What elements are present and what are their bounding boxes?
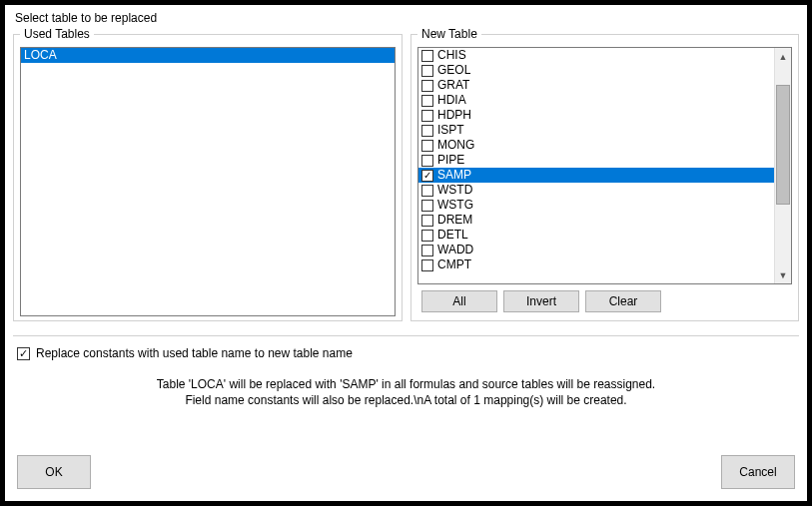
checkbox-icon[interactable] [421, 230, 433, 242]
replace-option-checkbox[interactable]: ✓ [17, 347, 30, 360]
checkbox-icon[interactable] [421, 65, 433, 77]
scroll-thumb[interactable] [776, 85, 790, 205]
new-table-list-inner: CHISGEOLGRATHDIAHDPHISPTMONGPIPE✓SAMPWST… [418, 48, 774, 283]
scroll-track[interactable] [775, 65, 791, 266]
checkbox-icon[interactable] [421, 95, 433, 107]
scrollbar[interactable]: ▲ ▼ [774, 48, 791, 283]
new-table-row[interactable]: GEOL [418, 63, 774, 78]
new-table-row[interactable]: GRAT [418, 78, 774, 93]
scroll-up-icon[interactable]: ▲ [775, 48, 791, 65]
new-table-label: WSTD [437, 183, 472, 198]
new-table-label: SAMP [437, 168, 471, 183]
new-table-row[interactable]: PIPE [418, 153, 774, 168]
used-tables-list[interactable]: LOCA [20, 47, 396, 316]
cancel-button[interactable]: Cancel [721, 455, 795, 489]
checkbox-icon[interactable] [421, 155, 433, 167]
dialog: Select table to be replaced Used Tables … [5, 5, 807, 501]
checkbox-icon[interactable] [421, 125, 433, 137]
new-table-panel: New Table CHISGEOLGRATHDIAHDPHISPTMONGPI… [410, 27, 799, 321]
separator [13, 335, 799, 336]
scroll-down-icon[interactable]: ▼ [775, 266, 791, 283]
new-table-row[interactable]: ✓SAMP [418, 168, 774, 183]
new-table-row[interactable]: HDPH [418, 108, 774, 123]
new-table-row[interactable]: CMPT [418, 257, 774, 272]
info-message: Table 'LOCA' will be replaced with 'SAMP… [13, 376, 799, 408]
checkbox-icon[interactable] [421, 80, 433, 92]
all-button[interactable]: All [421, 290, 497, 312]
new-table-row[interactable]: MONG [418, 138, 774, 153]
new-table-label: ISPT [437, 123, 464, 138]
new-table-label: CMPT [437, 257, 471, 272]
new-table-row[interactable]: WADD [418, 243, 774, 257]
checkbox-icon[interactable] [421, 245, 433, 256]
new-table-label: PIPE [437, 153, 464, 168]
new-table-row[interactable]: DETL [418, 228, 774, 243]
checkbox-icon[interactable] [421, 215, 433, 227]
used-tables-legend: Used Tables [20, 27, 94, 41]
new-table-row[interactable]: CHIS [418, 48, 774, 63]
new-table-label: CHIS [437, 48, 466, 63]
footer: OK Cancel [17, 455, 795, 489]
invert-button[interactable]: Invert [503, 290, 579, 312]
new-table-list[interactable]: CHISGEOLGRATHDIAHDPHISPTMONGPIPE✓SAMPWST… [417, 47, 792, 284]
replace-option-label: Replace constants with used table name t… [36, 346, 353, 360]
new-table-row[interactable]: ISPT [418, 123, 774, 138]
checkbox-icon[interactable] [421, 259, 433, 271]
panels: Used Tables LOCA New Table CHISGEOLGRATH… [13, 27, 799, 321]
info-line-1: Table 'LOCA' will be replaced with 'SAMP… [13, 376, 799, 392]
new-table-row[interactable]: DREM [418, 213, 774, 228]
info-line-2: Field name constants will also be replac… [13, 392, 799, 408]
dialog-title: Select table to be replaced [15, 11, 799, 25]
checkbox-icon[interactable]: ✓ [421, 170, 433, 182]
new-table-legend: New Table [417, 27, 481, 41]
checkbox-icon[interactable] [421, 50, 433, 62]
new-table-label: WADD [437, 243, 473, 257]
new-table-label: MONG [437, 138, 474, 153]
new-table-row[interactable]: HDIA [418, 93, 774, 108]
new-table-label: GRAT [437, 78, 469, 93]
checkbox-icon[interactable] [421, 110, 433, 122]
new-table-label: GEOL [437, 63, 470, 78]
ok-button[interactable]: OK [17, 455, 91, 489]
used-tables-panel: Used Tables LOCA [13, 27, 403, 321]
new-table-label: HDPH [437, 108, 471, 123]
new-table-label: DREM [437, 213, 472, 228]
new-table-label: DETL [437, 228, 468, 243]
checkbox-icon[interactable] [421, 185, 433, 197]
new-table-label: WSTG [437, 198, 473, 213]
checkbox-icon[interactable] [421, 200, 433, 212]
new-table-row[interactable]: WSTD [418, 183, 774, 198]
checkbox-icon[interactable] [421, 140, 433, 152]
new-table-row[interactable]: WSTG [418, 198, 774, 213]
clear-button[interactable]: Clear [585, 290, 661, 312]
new-table-label: HDIA [437, 93, 466, 108]
replace-option[interactable]: ✓ Replace constants with used table name… [17, 346, 799, 360]
used-table-row[interactable]: LOCA [21, 48, 395, 63]
new-table-buttons: All Invert Clear [417, 290, 792, 312]
